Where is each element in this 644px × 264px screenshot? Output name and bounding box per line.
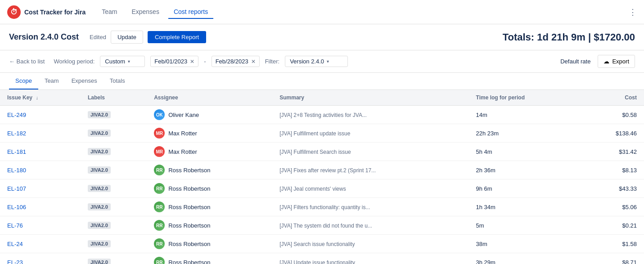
date-from-picker[interactable]: Feb/01/2023 ✕ [150,56,198,67]
default-rate-button[interactable]: Default rate [560,58,590,65]
cell-labels: JIVA2.0 [81,161,147,179]
assignee-name: Ross Robertson [168,204,210,210]
cell-labels: JIVA2.0 [81,235,147,253]
cell-summary: [JVA] The system did not found the u... [272,216,468,235]
toolbar-right: Default rate ☁ Export [560,55,635,68]
nav-item-cost-reports[interactable]: Cost reports [168,5,213,19]
table-row: EL-181 JIVA2.0 MR Max Rotter [JVA] Fulfi… [0,143,644,161]
totals-display: Totals: 1d 21h 9m | $1720.00 [503,31,635,43]
cell-assignee: RR Ross Robertson [147,161,272,179]
avatar: RR [154,220,165,231]
cell-assignee: RR Ross Robertson [147,198,272,216]
summary-text: [JVA] Fixes after review pt.2 (Sprint 17… [279,167,376,174]
version-filter-select[interactable]: Version 2.4.0 ▾ [285,56,348,67]
top-nav: Cost Tracker for Jira Team Expenses Cost… [0,0,644,24]
cell-time-log: 14m [469,106,581,124]
issue-key-link[interactable]: EL-181 [7,148,26,155]
assignee-name: Ross Robertson [168,185,210,192]
cell-summary: [JVA] Jeal comments' views [272,179,468,198]
table-row: EL-180 JIVA2.0 RR Ross Robertson [JVA] F… [0,161,644,179]
cell-assignee: RR Ross Robertson [147,235,272,253]
avatar: MR [154,128,165,139]
table-row: EL-24 JIVA2.0 RR Ross Robertson [JVA] Se… [0,235,644,253]
nav-item-team[interactable]: Team [96,5,122,19]
export-label: Export [612,58,629,65]
label-badge: JIVA2.0 [88,130,111,137]
cell-labels: JIVA2.0 [81,106,147,124]
label-badge: JIVA2.0 [88,166,111,174]
nav-item-expenses[interactable]: Expenses [126,5,164,19]
cell-assignee: MR Max Rotter [147,124,272,143]
label-badge: JIVA2.0 [88,259,111,264]
assignee-name: Ross Robertson [168,222,210,229]
tab-totals[interactable]: Totals [104,73,131,89]
version-chevron-icon: ▾ [327,59,329,64]
nav-more-button[interactable]: ⋮ [629,7,637,17]
worklog-period-select[interactable]: Custom ▾ [100,56,145,67]
issue-key-link[interactable]: EL-180 [7,167,26,174]
cell-summary: [JVA] Fulfillment Search issue [272,143,468,161]
issue-key-link[interactable]: EL-182 [7,130,26,137]
cell-time-log: 5h 4m [469,143,581,161]
label-badge: JIVA2.0 [88,240,111,247]
avatar: RR [154,238,165,249]
cell-issue-key: EL-106 [0,198,81,216]
report-title: Version 2.4.0 Cost [9,32,79,42]
back-to-list-link[interactable]: ← Back to list [9,58,45,65]
col-header-issue-key[interactable]: Issue Key ↓ [0,90,81,106]
cell-issue-key: EL-107 [0,179,81,198]
tab-scope[interactable]: Scope [9,73,38,89]
summary-text: [JVA] Search issue functionality [279,241,355,247]
issues-table-container: Issue Key ↓ Labels Assignee Summary Time… [0,90,644,264]
filter-label: Filter: [265,58,280,65]
app-title: Cost Tracker for Jira [24,9,86,16]
summary-text: [JVA] Fulfillment Search issue [279,149,351,155]
date-to-picker[interactable]: Feb/28/2023 ✕ [212,56,260,67]
cell-cost: $31.42 [581,143,644,161]
issue-key-link[interactable]: EL-24 [7,241,23,247]
edited-label: Edited [90,34,106,40]
table-row: EL-107 JIVA2.0 RR Ross Robertson [JVA] J… [0,179,644,198]
cell-cost: $5.06 [581,198,644,216]
nav-items: Team Expenses Cost reports [96,5,213,19]
date-to-value: Feb/28/2023 [216,58,248,65]
cell-summary: [JVA] Fixes after review pt.2 (Sprint 17… [272,161,468,179]
toolbar: ← Back to list Worklog period: Custom ▾ … [0,50,644,73]
table-row: EL-76 JIVA2.0 RR Ross Robertson [JVA] Th… [0,216,644,235]
cell-cost: $0.21 [581,216,644,235]
assignee-name: Ross Robertson [168,241,210,247]
tab-team[interactable]: Team [38,73,65,89]
app-logo: Cost Tracker for Jira [7,5,86,19]
cell-labels: JIVA2.0 [81,253,147,264]
issue-key-link[interactable]: EL-249 [7,112,26,118]
tabs-bar: Scope Team Expenses Totals [0,73,644,90]
page-header: Version 2.4.0 Cost Edited Update Complet… [0,24,644,50]
cell-cost: $43.33 [581,179,644,198]
issue-key-link[interactable]: EL-106 [7,204,26,210]
cell-issue-key: EL-249 [0,106,81,124]
assignee-name: Max Rotter [168,130,197,137]
cell-labels: JIVA2.0 [81,216,147,235]
issue-key-link[interactable]: EL-107 [7,185,26,192]
complete-report-button[interactable]: Complete Report [148,31,206,43]
label-badge: JIVA2.0 [88,111,111,118]
cell-summary: [JVA] Filters functionality: quantity is… [272,198,468,216]
col-header-cost: Cost [581,90,644,106]
date-to-clear-icon[interactable]: ✕ [251,58,256,65]
cell-summary: [JVA] 2+8 Testing activities for JVA... [272,106,468,124]
table-row: EL-23 JIVA2.0 RR Ross Robertson [JVA] Up… [0,253,644,264]
cell-issue-key: EL-24 [0,235,81,253]
summary-text: [JVA] Filters functionality: quantity is… [279,204,370,210]
issue-key-link[interactable]: EL-76 [7,222,23,229]
cell-cost: $1.58 [581,235,644,253]
date-from-clear-icon[interactable]: ✕ [190,58,194,65]
update-button[interactable]: Update [111,31,143,44]
export-button[interactable]: ☁ Export [598,55,635,68]
tab-expenses[interactable]: Expenses [65,73,104,89]
issue-key-link[interactable]: EL-23 [7,259,23,264]
col-header-labels: Labels [81,90,147,106]
summary-text: [JVA] Fulfillment update issue [279,130,350,137]
cell-labels: JIVA2.0 [81,124,147,143]
header-actions: Edited Update Complete Report [90,31,206,44]
issues-table: Issue Key ↓ Labels Assignee Summary Time… [0,90,644,264]
